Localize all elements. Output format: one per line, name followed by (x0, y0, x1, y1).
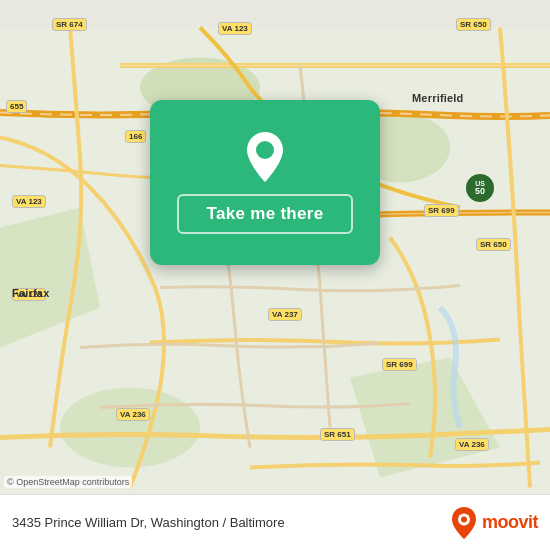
svg-point-8 (256, 141, 274, 159)
road-label-va236-right: VA 236 (455, 438, 489, 451)
road-label-va236-lower: VA 236 (116, 408, 150, 421)
osm-attribution: © OpenStreetMap contributors (4, 476, 132, 488)
place-label-fairfax: Fairfax (12, 287, 49, 299)
pin-icon-wrapper (239, 132, 291, 184)
road-label-sr651: SR 651 (320, 428, 355, 441)
road-label-166: 166 (125, 130, 146, 143)
location-pin-icon (240, 130, 290, 185)
road-label-sr650-right: SR 650 (476, 238, 511, 251)
location-card: Take me there (150, 100, 380, 265)
place-label-merrifield: Merrifield (412, 92, 464, 104)
moovit-pin-icon (450, 506, 478, 540)
road-label-va123-top: VA 123 (218, 22, 252, 35)
map-container: SR 674 VA 123 SR 650 655 166 VA 123 SR 6… (0, 0, 550, 550)
road-label-sr674: SR 674 (52, 18, 87, 31)
bottom-bar: 3435 Prince William Dr, Washington / Bal… (0, 494, 550, 550)
address-text: 3435 Prince William Dr, Washington / Bal… (12, 515, 285, 530)
map-roads (0, 0, 550, 550)
svg-point-10 (461, 516, 467, 522)
moovit-logo: moovit (450, 506, 538, 540)
road-label-va123-mid: VA 123 (12, 195, 46, 208)
road-label-va237: VA 237 (268, 308, 302, 321)
road-label-us50: US 50 (466, 174, 494, 202)
road-label-655: 655 (6, 100, 27, 113)
road-label-sr699-right: SR 699 (424, 204, 459, 217)
moovit-text: moovit (482, 512, 538, 533)
svg-point-5 (60, 388, 200, 468)
road-label-sr650-top: SR 650 (456, 18, 491, 31)
take-me-there-button[interactable]: Take me there (177, 194, 354, 234)
road-label-sr699-lower: SR 699 (382, 358, 417, 371)
